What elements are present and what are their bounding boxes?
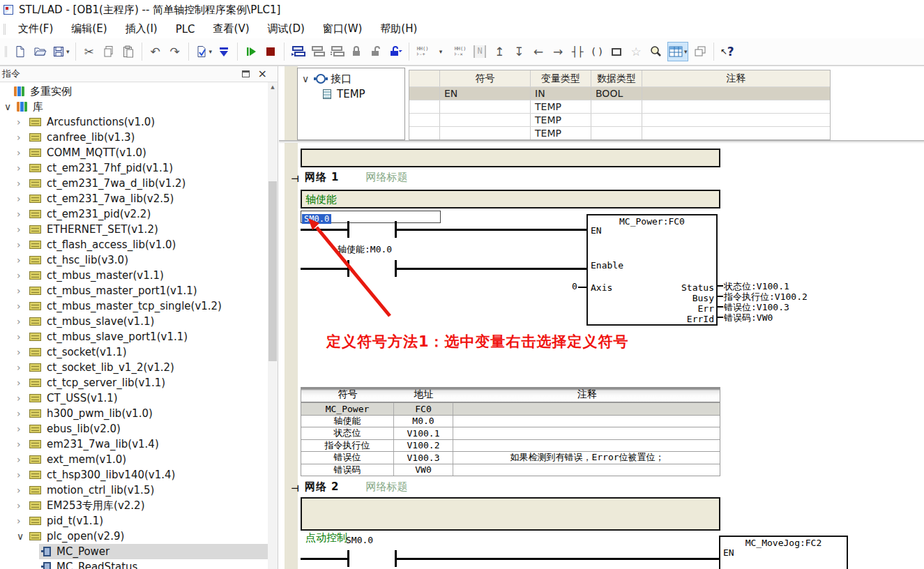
- compile-button[interactable]: ▾: [195, 42, 213, 61]
- insert-contact-caret-icon[interactable]: ▾: [433, 42, 448, 61]
- tree-item-lib[interactable]: ›ct_socket_lib_v1_2(v1.2): [0, 360, 268, 375]
- chevron-right-icon[interactable]: ›: [14, 469, 29, 480]
- tree-item-lib[interactable]: ›pid_t(v1.1): [0, 513, 268, 529]
- tree-item-lib[interactable]: ›Arcusfunctions(v1.0): [0, 114, 268, 130]
- chevron-right-icon[interactable]: ›: [14, 408, 29, 419]
- status-operand[interactable]: 状态位:V100.1: [724, 281, 789, 291]
- insert-coil-button[interactable]: ( ): [589, 42, 605, 61]
- symbol-row[interactable]: 指令执行位 V100.2: [301, 439, 720, 452]
- scrollbar-thumb[interactable]: [268, 181, 277, 361]
- chevron-right-icon[interactable]: ›: [14, 224, 29, 235]
- save-caret-icon[interactable]: ▾: [66, 48, 70, 55]
- chevron-right-icon[interactable]: ›: [14, 162, 29, 174]
- variable-row[interactable]: EN IN BOOL: [409, 86, 830, 100]
- tree-item-lib[interactable]: ›ext_mem(v1.0): [0, 452, 268, 467]
- tree-item-lib[interactable]: ›ct_tcp_server_lib(v1.1): [0, 375, 268, 390]
- insert-contact-button[interactable]: HH() ⊦-+: [415, 42, 430, 61]
- variable-row[interactable]: TEMP: [409, 113, 830, 126]
- variable-row[interactable]: TEMP: [409, 100, 830, 113]
- tree-item-lib[interactable]: ›ct_em231_7hf_pid(v1.1): [0, 160, 268, 176]
- chevron-right-icon[interactable]: ›: [14, 377, 29, 388]
- mc-movejog-block[interactable]: MC_MoveJog:FC2 EN: [719, 536, 848, 569]
- favorites-button[interactable]: ☆: [628, 42, 644, 61]
- menu-plc[interactable]: PLC: [167, 20, 204, 38]
- symbol-row[interactable]: 错误码 VW0: [301, 464, 720, 476]
- delete-contact-button[interactable]: HH() ⊦-×: [453, 42, 468, 61]
- tree-item-mc-readstatus[interactable]: MC_ReadStatus: [0, 559, 268, 569]
- chevron-right-icon[interactable]: ›: [14, 255, 29, 266]
- chevron-right-icon[interactable]: ›: [14, 178, 29, 189]
- menu-help[interactable]: 帮助(H): [371, 20, 426, 38]
- contact-label[interactable]: SM0.0: [346, 535, 373, 545]
- scroll-up-icon[interactable]: ▲: [268, 82, 278, 93]
- tree-item-mc-power[interactable]: MC_Power: [39, 544, 268, 559]
- paste-button[interactable]: [121, 42, 136, 61]
- line-left-button[interactable]: ←: [531, 42, 546, 61]
- chevron-right-icon[interactable]: ›: [14, 423, 29, 434]
- interface-temp[interactable]: TEMP: [298, 86, 404, 102]
- pane-divider[interactable]: [279, 140, 924, 143]
- tree-item-lib[interactable]: ›EM253专用库(v2.2): [0, 498, 268, 513]
- unlock-button[interactable]: [368, 42, 384, 61]
- insert-box-button[interactable]: [609, 42, 624, 61]
- table-view-button[interactable]: ▾: [667, 42, 688, 61]
- delete-network-button[interactable]: [310, 42, 325, 61]
- stop-button[interactable]: [263, 42, 278, 61]
- open-folder-button[interactable]: [32, 42, 47, 61]
- err-operand[interactable]: 错误位:V100.3: [724, 302, 789, 312]
- tree-item-multi-instance[interactable]: 多重实例: [0, 84, 268, 99]
- chevron-right-icon[interactable]: ›: [14, 439, 29, 450]
- chevron-down-icon[interactable]: ∨: [302, 73, 313, 84]
- symbol-row[interactable]: 轴使能 M0.0: [301, 415, 720, 427]
- collapse-toggle-icon[interactable]: ⊣: [291, 174, 299, 184]
- collapse-toggle-icon[interactable]: ⊣: [291, 483, 299, 494]
- tree-item-lib[interactable]: ›ct_em231_pid(v2.2): [0, 206, 268, 222]
- tree-item-library[interactable]: ∨库: [0, 99, 268, 114]
- mc-power-block[interactable]: MC_Power:FC0 EN Enable Axis Status Busy …: [586, 214, 718, 326]
- network-2-title-hint[interactable]: 网络标题: [366, 480, 408, 494]
- axis-input-value[interactable]: 0: [572, 281, 577, 291]
- line-down-button[interactable]: ↧: [511, 42, 527, 61]
- menu-file[interactable]: 文件(F): [9, 20, 62, 38]
- menu-window[interactable]: 窗口(W): [314, 20, 372, 38]
- chevron-right-icon[interactable]: ›: [14, 454, 29, 465]
- chevron-right-icon[interactable]: ›: [14, 193, 29, 204]
- chevron-right-icon[interactable]: ›: [14, 316, 29, 327]
- close-panel-icon[interactable]: ×: [258, 69, 267, 79]
- tree-item-lib[interactable]: ›canfree_lib(v1.3): [0, 130, 268, 145]
- help-button[interactable]: ↖?: [720, 42, 735, 61]
- tree-item-lib[interactable]: ›COMM_MQTT(v1.0): [0, 145, 268, 160]
- tree-item-plc-open[interactable]: ∨plc_open(v2.9): [0, 529, 268, 544]
- network-1-comment[interactable]: 轴使能: [301, 190, 720, 208]
- busy-operand[interactable]: 指令执行位:V100.2: [724, 291, 808, 302]
- cut-button[interactable]: ✂: [82, 42, 97, 61]
- contact-bar[interactable]: [347, 550, 349, 567]
- menu-insert[interactable]: 插入(I): [116, 20, 167, 38]
- chevron-right-icon[interactable]: ›: [14, 515, 29, 526]
- tree-item-lib[interactable]: ›ct_socket(v1.1): [0, 344, 268, 360]
- sidebar-scrollbar[interactable]: ▲: [268, 82, 278, 569]
- tree-item-lib[interactable]: ›ct_hsc_lib(v3.0): [0, 252, 268, 268]
- password-protect-button[interactable]: [388, 42, 403, 61]
- tree-item-lib[interactable]: ›CT_USS(v1.1): [0, 390, 268, 406]
- tree-item-lib[interactable]: ›ct_mbus_master_tcp_single(v1.2): [0, 298, 268, 314]
- save-button[interactable]: ▾: [52, 42, 70, 61]
- tree-item-lib[interactable]: ›ct_mbus_master(v1.1): [0, 268, 268, 283]
- chevron-right-icon[interactable]: ›: [14, 485, 29, 496]
- tree-item-lib[interactable]: ›ct_hsp300_libv140(v1.4): [0, 467, 268, 483]
- download-button[interactable]: [216, 42, 232, 61]
- chevron-right-icon[interactable]: ›: [14, 132, 29, 143]
- lock-button[interactable]: [349, 42, 364, 61]
- compile-caret-icon[interactable]: ▾: [209, 48, 213, 55]
- tree-item-lib[interactable]: ›ct_mbus_slave_port1(v1.1): [0, 329, 268, 344]
- pin-panel-icon[interactable]: [242, 70, 250, 77]
- new-file-button[interactable]: [13, 42, 28, 61]
- interface-root[interactable]: ∨ 接口: [298, 71, 404, 86]
- program-comment-box[interactable]: [301, 149, 720, 167]
- symbol-row[interactable]: 错误位 V100.3 如果检测到有错误，Error位被置位；: [301, 451, 720, 464]
- tree-item-lib[interactable]: ›ct_mbus_slave(v1.1): [0, 314, 268, 329]
- zoom-button[interactable]: [648, 42, 663, 61]
- network-2-comment[interactable]: 点动控制 正反转不能同时触发: [301, 497, 720, 531]
- tree-item-lib[interactable]: ›ETHERNET_SET(v1.2): [0, 222, 268, 237]
- variable-row[interactable]: TEMP: [409, 126, 830, 139]
